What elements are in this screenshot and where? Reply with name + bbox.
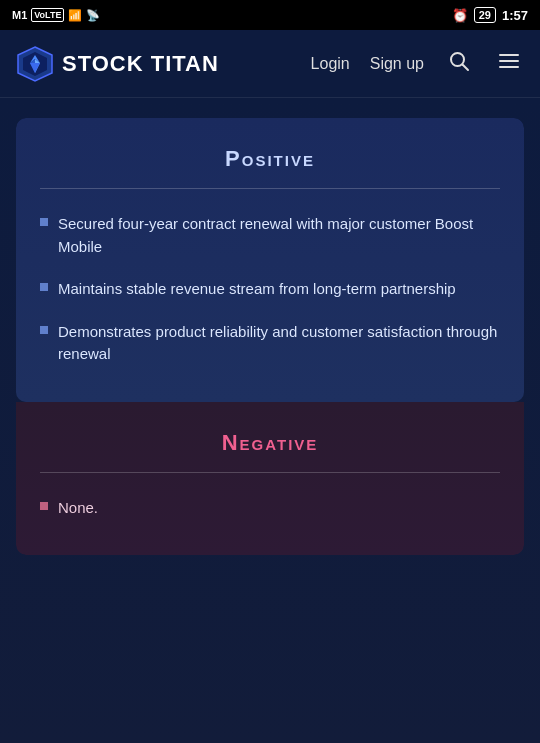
clock: 1:57: [502, 8, 528, 23]
login-link[interactable]: Login: [311, 55, 350, 73]
wifi-icon: 📡: [86, 9, 100, 22]
main-content: Positive Secured four-year contract rene…: [0, 98, 540, 743]
analysis-cards: Positive Secured four-year contract rene…: [16, 118, 524, 555]
navbar: STOCK TITAN Login Sign up: [0, 30, 540, 98]
alarm-icon: ⏰: [452, 8, 468, 23]
hamburger-icon: [498, 50, 520, 72]
negative-title: Negative: [40, 430, 500, 456]
positive-title: Positive: [40, 146, 500, 172]
logo-area: STOCK TITAN: [16, 45, 311, 83]
negative-divider: [40, 472, 500, 473]
carrier-info: M1 VoLTE 📶 📡: [12, 8, 100, 22]
search-icon: [448, 50, 470, 72]
negative-bullet-list: None.: [40, 497, 500, 520]
bullet-icon: [40, 283, 48, 291]
positive-divider: [40, 188, 500, 189]
volte-badge: VoLTE: [31, 8, 64, 22]
svg-line-3: [463, 65, 469, 71]
bullet-icon: [40, 218, 48, 226]
status-right: ⏰ 29 1:57: [452, 7, 528, 23]
list-item: Demonstrates product reliability and cus…: [40, 321, 500, 366]
bullet-icon: [40, 326, 48, 334]
positive-item-2: Maintains stable revenue stream from lon…: [58, 278, 456, 301]
bullet-icon: [40, 502, 48, 510]
positive-bullet-list: Secured four-year contract renewal with …: [40, 213, 500, 366]
positive-item-3: Demonstrates product reliability and cus…: [58, 321, 500, 366]
list-item: Maintains stable revenue stream from lon…: [40, 278, 500, 301]
battery-indicator: 29: [474, 7, 496, 23]
carrier-text: M1: [12, 9, 27, 21]
list-item: None.: [40, 497, 500, 520]
positive-item-1: Secured four-year contract renewal with …: [58, 213, 500, 258]
status-bar: M1 VoLTE 📶 📡 ⏰ 29 1:57: [0, 0, 540, 30]
positive-card: Positive Secured four-year contract rene…: [16, 118, 524, 402]
signal-icon: 📶: [68, 9, 82, 22]
logo-text: STOCK TITAN: [62, 51, 219, 77]
menu-button[interactable]: [494, 46, 524, 81]
logo-icon: [16, 45, 54, 83]
signup-link[interactable]: Sign up: [370, 55, 424, 73]
navbar-links: Login Sign up: [311, 46, 524, 81]
negative-card: Negative None.: [16, 402, 524, 556]
list-item: Secured four-year contract renewal with …: [40, 213, 500, 258]
negative-item-1: None.: [58, 497, 98, 520]
search-button[interactable]: [444, 46, 474, 81]
